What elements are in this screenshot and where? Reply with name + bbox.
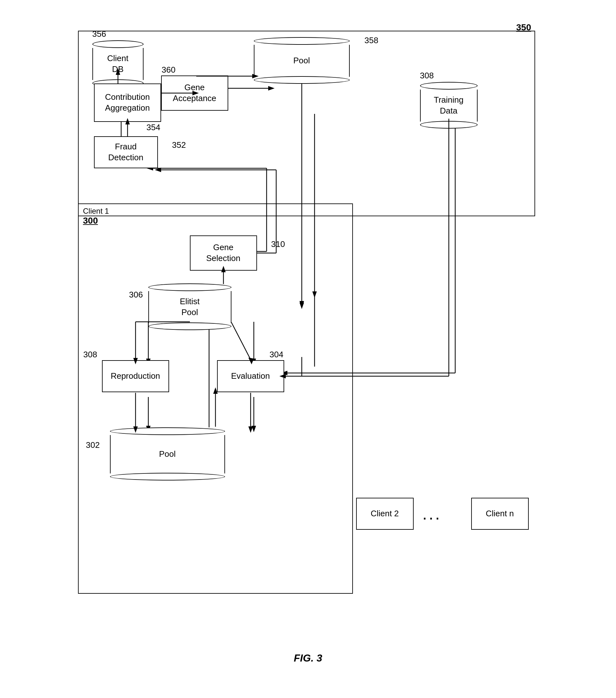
cyl-top-pool: [254, 37, 350, 45]
cyl-bottom-pool: [254, 76, 350, 84]
cyl-body-elitist: ElitistPool: [148, 291, 231, 323]
cyl-top-elitist: [148, 283, 231, 291]
cyl-bottom-pool-bottom: [110, 473, 225, 480]
rect-fraud-detection: FraudDetection 352: [94, 136, 158, 168]
cyl-top-training: [420, 82, 477, 89]
rect-client2: Client 2: [356, 498, 414, 530]
num-360: 360: [162, 65, 175, 75]
cyl-body-pool-bottom: Pool: [110, 435, 225, 473]
fig-caption: FIG. 3: [294, 652, 322, 664]
num-354: 354: [146, 123, 160, 132]
num-302: 302: [86, 440, 100, 450]
cyl-body-client-db: ClientDB: [92, 48, 144, 80]
cyl-body-training: TrainingData: [420, 89, 477, 122]
num-356: 356: [92, 29, 106, 39]
num-308-top: 308: [420, 71, 434, 81]
client2-label: Client 2: [371, 508, 399, 519]
label-350: 350: [516, 23, 531, 33]
fraud-detection-label: FraudDetection: [109, 141, 144, 163]
rect-gene-acceptance: GeneAcceptance 360: [161, 75, 228, 111]
rect-gene-selection: GeneSelection 310: [190, 235, 257, 270]
num-310: 310: [271, 239, 285, 249]
client-db-label: ClientDB: [107, 53, 128, 75]
client1-label: Client 1: [83, 207, 109, 215]
gene-selection-label: GeneSelection: [206, 242, 240, 264]
num-306: 306: [129, 290, 143, 300]
contribution-agg-label: ContributionAggregation: [105, 92, 149, 114]
cyl-bottom-elitist: [148, 322, 231, 330]
gene-acceptance-label: GeneAcceptance: [173, 82, 216, 104]
rect-reproduction: Reproduction 308: [102, 360, 169, 392]
cyl-body-pool: Pool: [254, 45, 350, 77]
num-358: 358: [364, 36, 378, 45]
diagram-page: 350 ClientDB 356 Pool 358 GeneAcceptance…: [37, 21, 580, 677]
rect-evaluation: Evaluation 304: [217, 360, 284, 392]
cylinder-training-data: TrainingData 308: [420, 82, 477, 129]
pool-bottom-label: Pool: [159, 449, 175, 460]
num-304: 304: [270, 350, 283, 360]
client-n-label: Client n: [486, 508, 514, 519]
dots-separator: . . .: [423, 509, 439, 522]
num-352: 352: [172, 140, 186, 150]
num-308-client: 308: [83, 350, 97, 360]
rect-client-n: Client n: [471, 498, 529, 530]
cyl-bottom-training: [420, 121, 477, 129]
cylinder-client-db: ClientDB 356: [92, 40, 144, 87]
rect-contribution-agg: ContributionAggregation 354: [94, 83, 161, 122]
training-data-label: TrainingData: [434, 95, 463, 116]
cylinder-pool-bottom: Pool 302: [110, 428, 225, 480]
cyl-top-pool-bottom: [110, 428, 225, 435]
cyl-top-client-db: [92, 40, 144, 48]
elitist-pool-label: ElitistPool: [180, 296, 199, 318]
pool-top-label: Pool: [293, 55, 310, 66]
cylinder-elitist-pool: ElitistPool 306: [148, 283, 231, 330]
evaluation-label: Evaluation: [231, 371, 270, 382]
reproduction-label: Reproduction: [111, 371, 160, 382]
label-300: 300: [83, 215, 98, 226]
cylinder-pool-top: Pool 358: [254, 37, 350, 84]
